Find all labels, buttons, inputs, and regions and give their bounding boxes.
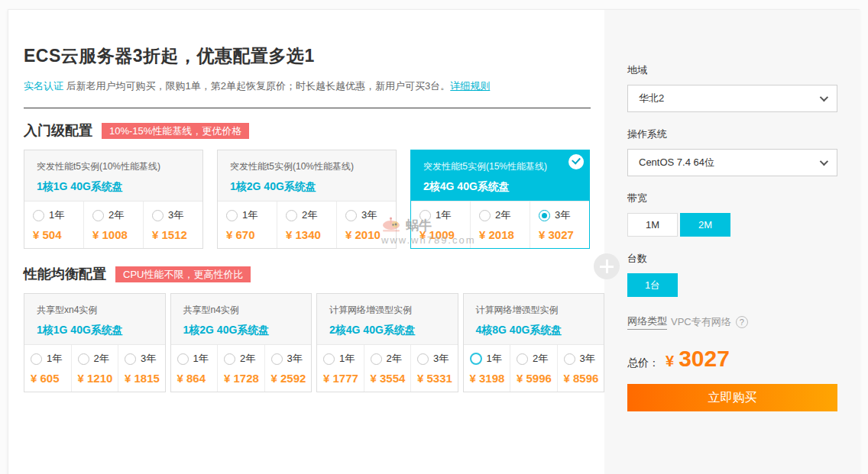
- term-option-2y[interactable]: 2年 ¥ 1210: [72, 345, 119, 392]
- term-option-3y[interactable]: 3年 ¥ 2010: [337, 202, 396, 248]
- radio-button[interactable]: [92, 210, 104, 221]
- balanced-cards: 共享型xn4实例 1核1G 40G系统盘 1年 ¥ 605 2年 ¥ 1210 …: [24, 293, 604, 392]
- term-option-3y[interactable]: 3年 ¥ 2592: [265, 345, 312, 392]
- radio-button[interactable]: [417, 353, 429, 365]
- bandwidth-label: 带宽: [627, 192, 837, 205]
- os-group: 操作系统 CentOS 7.4 64位: [627, 127, 837, 176]
- price: ¥ 1009: [419, 228, 467, 241]
- term-option-1y[interactable]: 1年 ¥ 670: [218, 202, 277, 248]
- term-option-3y[interactable]: 3年 ¥ 1512: [144, 202, 202, 248]
- term-options: 1年 ¥ 864 2年 ¥ 1728 3年 ¥ 2592: [171, 344, 312, 392]
- radio-button[interactable]: [33, 210, 44, 221]
- price: ¥ 1728: [224, 372, 261, 385]
- chevron-down-icon: [820, 157, 828, 166]
- plan-card-header: 突发性能t5实例(10%性能基线) 1核2G 40G系统盘: [218, 150, 396, 201]
- price: ¥ 2018: [479, 228, 526, 241]
- term-option-2y[interactable]: 2年 ¥ 3554: [364, 345, 412, 392]
- term-option-3y[interactable]: 3年 ¥ 1815: [118, 345, 165, 392]
- term-label: 1年: [487, 352, 502, 366]
- quantity-option-1-selected[interactable]: 1台: [627, 273, 678, 297]
- realname-auth-link[interactable]: 实名认证: [24, 80, 63, 92]
- term-label: 1年: [193, 352, 209, 366]
- term-label: 3年: [555, 208, 570, 222]
- plan-type: 突发性能t5实例(15%性能基线): [423, 160, 577, 173]
- term-label: 3年: [580, 352, 595, 366]
- buy-now-button[interactable]: 立即购买: [627, 384, 837, 411]
- term-label: 3年: [168, 208, 183, 222]
- os-select[interactable]: CentOS 7.4 64位: [627, 149, 837, 176]
- radio-button[interactable]: [419, 210, 431, 221]
- radio-button[interactable]: [226, 210, 238, 221]
- radio-button[interactable]: [323, 353, 335, 365]
- term-label: 3年: [287, 352, 303, 366]
- term-options: 1年 ¥ 605 2年 ¥ 1210 3年 ¥ 1815: [24, 344, 165, 392]
- radio-button[interactable]: [345, 210, 357, 221]
- radio-button[interactable]: [31, 353, 42, 365]
- plan-spec: 1核1G 40G系统盘: [37, 324, 153, 337]
- radio-button[interactable]: [224, 353, 235, 365]
- term-option-1y[interactable]: 1年 ¥ 1777: [317, 345, 364, 392]
- page-title: ECS云服务器3折起，优惠配置多选1: [24, 44, 604, 68]
- radio-button[interactable]: [271, 353, 283, 365]
- selected-check-icon: [568, 154, 584, 169]
- term-option-1y[interactable]: 1年 ¥ 504: [24, 202, 84, 248]
- notice-text: 实名认证 后新老用户均可购买，限购1单，第2单起恢复原价；时长越长越优惠，新用户…: [24, 79, 604, 93]
- total-amount: 3027: [679, 346, 730, 372]
- radio-button-checked[interactable]: [539, 210, 550, 221]
- term-option-2y[interactable]: 2年 ¥ 2018: [471, 202, 530, 248]
- total-currency: ¥: [666, 353, 674, 370]
- divider: [24, 108, 591, 108]
- term-option-3y[interactable]: 3年 ¥ 5331: [411, 345, 458, 392]
- plan-card-sn1ne-4c8g[interactable]: 计算网络增强型实例 4核8G 40G系统盘 1年 ¥ 3198 2年 ¥ 599…: [463, 293, 605, 392]
- radio-button[interactable]: [286, 210, 297, 221]
- term-option-2y[interactable]: 2年 ¥ 1728: [218, 345, 265, 392]
- radio-button[interactable]: [371, 353, 382, 365]
- radio-button[interactable]: [152, 210, 164, 221]
- bandwidth-option-2m-selected[interactable]: 2M: [680, 213, 730, 237]
- plan-type: 突发性能t5实例(10%性能基线): [230, 160, 384, 173]
- radio-button-hover[interactable]: [470, 353, 482, 365]
- radio-button[interactable]: [479, 210, 491, 221]
- price: ¥ 8596: [564, 372, 601, 385]
- term-label: 3年: [433, 352, 449, 366]
- plan-spec: 1核1G 40G系统盘: [37, 180, 190, 194]
- term-options: 1年 ¥ 504 2年 ¥ 1008 3年 ¥ 1512: [24, 201, 202, 248]
- plan-spec: 2核4G 40G系统盘: [423, 180, 577, 194]
- plan-card-header: 计算网络增强型实例 4核8G 40G系统盘: [464, 294, 604, 344]
- term-option-2y[interactable]: 2年 ¥ 5996: [510, 345, 558, 392]
- term-option-2y[interactable]: 2年 ¥ 1008: [84, 202, 144, 248]
- term-option-3y[interactable]: 3年 ¥ 8596: [558, 345, 604, 392]
- plan-card-t5-1c1g[interactable]: 突发性能t5实例(10%性能基线) 1核1G 40G系统盘 1年 ¥ 504 2…: [24, 150, 203, 249]
- total-price-row: 总价： ¥ 3027: [627, 346, 837, 372]
- radio-button[interactable]: [517, 353, 528, 365]
- section-badge: CPU性能不限，更高性价比: [115, 266, 251, 282]
- radio-button[interactable]: [564, 353, 575, 365]
- term-option-1y[interactable]: 1年 ¥ 3198: [464, 345, 511, 392]
- radio-button[interactable]: [78, 353, 89, 365]
- price: ¥ 605: [31, 372, 68, 385]
- plan-type: 共享型xn4实例: [37, 304, 153, 317]
- term-option-1y[interactable]: 1年 ¥ 864: [171, 345, 219, 392]
- region-value: 华北2: [639, 92, 664, 105]
- term-option-1y[interactable]: 1年 ¥ 1009: [411, 202, 471, 248]
- plan-card-t5-2c4g-selected[interactable]: 突发性能t5实例(15%性能基线) 2核4G 40G系统盘 1年 ¥ 1009 …: [410, 150, 590, 249]
- plan-card-xn4[interactable]: 共享型xn4实例 1核1G 40G系统盘 1年 ¥ 605 2年 ¥ 1210 …: [24, 293, 166, 392]
- plan-card-sn1ne-2c4g[interactable]: 计算网络增强型实例 2核4G 40G系统盘 1年 ¥ 1777 2年 ¥ 355…: [316, 293, 458, 392]
- bandwidth-group: 带宽 1M 2M: [627, 192, 837, 237]
- radio-button[interactable]: [125, 353, 136, 365]
- region-select[interactable]: 华北2: [627, 85, 837, 112]
- detail-rules-link[interactable]: 详细规则: [450, 80, 490, 92]
- help-question-icon[interactable]: [736, 316, 748, 328]
- term-option-3y[interactable]: 3年 ¥ 3027: [530, 202, 589, 248]
- term-option-2y[interactable]: 2年 ¥ 1340: [277, 202, 337, 248]
- radio-button[interactable]: [177, 353, 189, 365]
- plan-card-t5-1c2g[interactable]: 突发性能t5实例(10%性能基线) 1核2G 40G系统盘 1年 ¥ 670 2…: [217, 150, 397, 249]
- price: ¥ 670: [226, 228, 274, 241]
- plus-button[interactable]: [594, 253, 620, 279]
- plan-type: 计算网络增强型实例: [476, 304, 592, 317]
- bandwidth-option-1m[interactable]: 1M: [627, 213, 678, 237]
- plan-card-header: 计算网络增强型实例 2核4G 40G系统盘: [317, 294, 458, 344]
- plan-card-n4[interactable]: 共享型n4实例 1核2G 40G系统盘 1年 ¥ 864 2年 ¥ 1728 3…: [170, 293, 313, 392]
- os-label: 操作系统: [627, 127, 837, 141]
- term-option-1y[interactable]: 1年 ¥ 605: [24, 345, 72, 392]
